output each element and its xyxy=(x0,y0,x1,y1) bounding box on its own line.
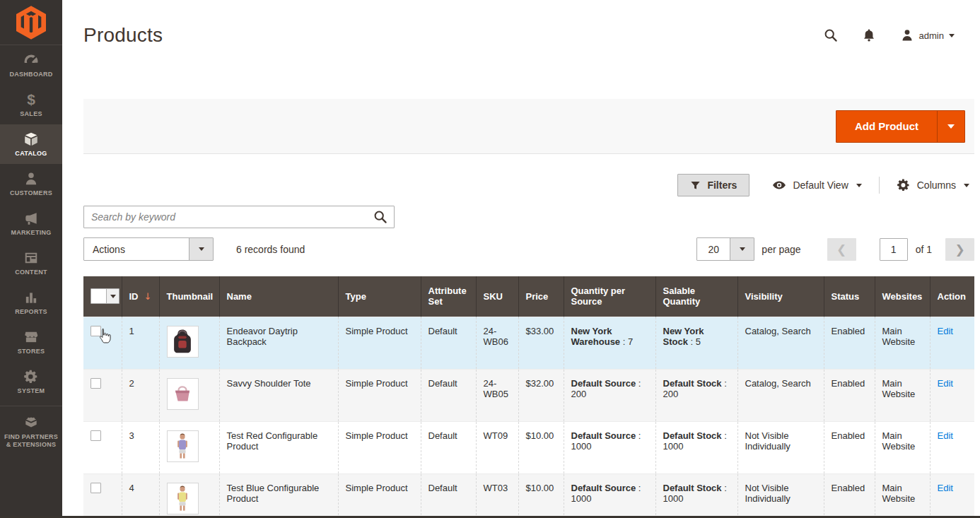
sidebar-item-label: FIND PARTNERS & EXTENSIONS xyxy=(3,433,59,449)
view-selector[interactable]: Default View xyxy=(772,178,861,192)
total-pages-text: of 1 xyxy=(916,244,932,255)
product-thumbnail[interactable] xyxy=(167,378,199,410)
cell-price: $10.00 xyxy=(526,430,554,441)
cell-type: Simple Product xyxy=(346,326,408,336)
chevron-down-icon xyxy=(856,184,862,187)
filters-button[interactable]: Filters xyxy=(677,174,749,196)
sidebar-item-customers[interactable]: CUSTOMERS xyxy=(0,164,62,204)
edit-link[interactable]: Edit xyxy=(938,483,953,493)
column-header-id[interactable]: ID↓ xyxy=(122,276,159,317)
product-thumbnail[interactable] xyxy=(167,483,199,514)
row-checkbox[interactable] xyxy=(91,378,101,389)
reports-icon xyxy=(23,290,39,305)
per-page-caret-button[interactable] xyxy=(730,238,754,260)
sidebar-item-reports[interactable]: REPORTS xyxy=(0,283,62,322)
column-header-action[interactable]: Action xyxy=(930,276,974,317)
sidebar-item-stores[interactable]: STORES xyxy=(0,322,62,362)
sidebar-item-catalog[interactable]: CATALOG xyxy=(0,124,62,164)
search-input[interactable] xyxy=(83,206,395,228)
sidebar-item-sales[interactable]: SALES xyxy=(0,85,62,124)
select-all-control[interactable] xyxy=(91,288,119,304)
per-page-dropdown[interactable]: 20 xyxy=(696,237,754,261)
sidebar-nav: DASHBOARDSALESCATALOGCUSTOMERSMARKETINGC… xyxy=(0,45,62,455)
sidebar-item-label: MARKETING xyxy=(3,229,59,237)
edit-link[interactable]: Edit xyxy=(938,430,953,441)
cell-status: Enabled xyxy=(832,378,865,389)
page-header: Products admin xyxy=(62,0,980,99)
row-checkbox[interactable] xyxy=(91,326,101,336)
column-header-name[interactable]: Name xyxy=(219,276,338,317)
row-checkbox[interactable] xyxy=(91,483,101,493)
sidebar-item-content[interactable]: CONTENT xyxy=(0,243,62,283)
thumbnail-image-backpack xyxy=(169,328,196,355)
sidebar-item-dashboard[interactable]: DASHBOARD xyxy=(0,45,62,85)
next-page-button[interactable]: ❯ xyxy=(945,238,974,261)
column-header-select-all[interactable] xyxy=(83,276,122,317)
actions-caret-button[interactable] xyxy=(189,238,213,260)
dashboard-icon xyxy=(23,52,39,68)
add-product-label: Add Product xyxy=(836,111,937,142)
column-header-type[interactable]: Type xyxy=(338,276,421,317)
grid-header-row: ID↓ThumbnailNameTypeAttribute SetSKUPric… xyxy=(83,276,974,317)
previous-page-button[interactable]: ❮ xyxy=(827,238,856,261)
sales-icon xyxy=(23,92,39,107)
columns-selector[interactable]: Columns xyxy=(897,178,969,192)
edit-link[interactable]: Edit xyxy=(938,326,953,336)
thumbnail-image-model-purple xyxy=(169,432,196,459)
cell-quantity-per-source: Default Source : 1000 xyxy=(571,430,641,452)
sidebar: DASHBOARDSALESCATALOGCUSTOMERSMARKETINGC… xyxy=(0,0,62,518)
cell-websites: Main Website xyxy=(882,430,916,452)
column-header-sku[interactable]: SKU xyxy=(476,276,518,317)
stores-icon xyxy=(23,329,39,345)
add-product-split-toggle[interactable] xyxy=(937,111,964,142)
column-header-attribute_set[interactable]: Attribute Set xyxy=(421,276,476,317)
sidebar-item-system[interactable]: SYSTEM xyxy=(0,362,62,401)
cell-sku: WT03 xyxy=(484,483,508,493)
select-all-caret[interactable] xyxy=(106,289,119,303)
thumbnail-image-model-yellow xyxy=(169,485,196,512)
column-header-salable_quantity[interactable]: Salable Quantity xyxy=(655,276,737,317)
filters-label: Filters xyxy=(707,179,737,191)
cell-type: Simple Product xyxy=(346,483,408,493)
column-header-quantity_per_source[interactable]: Quantity per Source xyxy=(564,276,655,317)
funnel-icon xyxy=(690,180,701,191)
sidebar-item-marketing[interactable]: MARKETING xyxy=(0,204,62,243)
magento-logo[interactable] xyxy=(0,0,62,45)
columns-label: Columns xyxy=(917,179,956,191)
product-thumbnail[interactable] xyxy=(167,326,199,358)
cell-websites: Main Website xyxy=(882,378,916,399)
list-toolbar: Actions 6 records found 20 per page ❮ of… xyxy=(83,237,974,261)
page-title: Products xyxy=(83,24,163,47)
current-page-input[interactable] xyxy=(880,238,908,261)
row-checkbox[interactable] xyxy=(91,430,101,441)
main-content: Products admin Add Product Filters Defau… xyxy=(62,0,980,518)
sidebar-item-label: CUSTOMERS xyxy=(3,189,59,197)
table-row-product-2: 2Savvy Shoulder ToteSimple ProductDefaul… xyxy=(83,369,974,421)
actions-dropdown[interactable]: Actions xyxy=(83,237,214,261)
select-all-checkbox[interactable] xyxy=(91,289,106,303)
content-icon xyxy=(23,250,39,266)
cell-visibility: Not Visible Individually xyxy=(745,430,791,452)
column-header-price[interactable]: Price xyxy=(518,276,564,317)
column-header-status[interactable]: Status xyxy=(824,276,875,317)
admin-account-menu[interactable]: admin xyxy=(900,28,955,42)
cell-quantity-per-source: Default Source : 200 xyxy=(571,378,641,399)
customers-icon xyxy=(23,171,39,187)
product-thumbnail[interactable] xyxy=(167,430,199,462)
cell-visibility: Catalog, Search xyxy=(745,326,811,336)
sidebar-item-find-partners-extensions[interactable]: FIND PARTNERS & EXTENSIONS xyxy=(0,406,62,455)
edit-link[interactable]: Edit xyxy=(938,378,953,389)
column-header-thumbnail[interactable]: Thumbnail xyxy=(159,276,219,317)
column-header-websites[interactable]: Websites xyxy=(875,276,930,317)
search-icon[interactable] xyxy=(373,210,387,224)
grid-controls: Filters Default View Columns xyxy=(83,174,969,196)
column-header-visibility[interactable]: Visibility xyxy=(737,276,824,317)
cell-id: 1 xyxy=(129,326,134,336)
cell-sku: 24-WB05 xyxy=(484,378,508,399)
global-search-icon[interactable] xyxy=(824,28,838,42)
thumbnail-image-tote xyxy=(169,380,196,407)
add-product-button[interactable]: Add Product xyxy=(836,110,965,143)
notifications-bell-icon[interactable] xyxy=(862,28,876,42)
sidebar-item-label: CATALOG xyxy=(3,150,59,158)
cell-id: 2 xyxy=(129,378,134,389)
